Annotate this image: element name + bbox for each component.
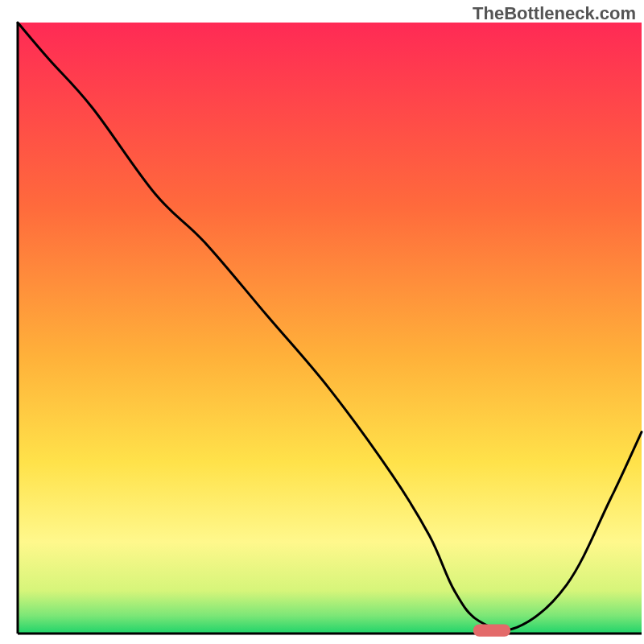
bottleneck-chart (0, 0, 644, 644)
optimal-range-marker (473, 625, 511, 637)
chart-container: TheBottleneck.com (0, 0, 644, 644)
watermark-text: TheBottleneck.com (473, 3, 636, 24)
gradient-background (18, 23, 642, 634)
